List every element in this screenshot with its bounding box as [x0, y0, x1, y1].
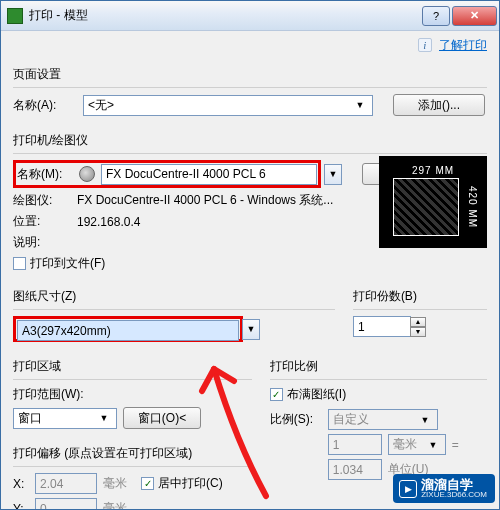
chevron-down-icon[interactable]: ▼	[242, 319, 260, 340]
copies-legend: 打印份数(B)	[353, 288, 487, 305]
page-name-label: 名称(A):	[13, 97, 77, 114]
chevron-down-icon[interactable]: ▼	[324, 164, 342, 185]
offset-x-input	[35, 473, 97, 494]
ratio-label: 比例(S):	[270, 411, 322, 428]
scale-group: 打印比例 ✓ 布满图纸(I) 比例(S): 自定义 ▼	[270, 352, 487, 486]
watermark: ▶ 溜溜自学 ZIXUE.3D66.COM	[393, 474, 495, 503]
page-setup-group: 页面设置 名称(A): <无> ▼ 添加()...	[13, 60, 487, 122]
print-to-file-label: 打印到文件(F)	[30, 255, 105, 272]
print-range-label: 打印范围(W):	[13, 386, 252, 403]
chevron-down-icon: ▼	[352, 96, 368, 115]
preview-width-label: 297 MM	[387, 165, 479, 176]
chevron-down-icon: ▼	[425, 435, 441, 454]
scale-legend: 打印比例	[270, 358, 487, 375]
print-dialog: 打印 - 模型 ? ✕ i 了解打印 页面设置 名称(A): <无> ▼ 添加(…	[0, 0, 500, 510]
window-buttons: ? ✕	[420, 6, 497, 26]
highlight-printer-name: 名称(M): FX DocuCentre-II 4000 PCL 6	[13, 160, 321, 188]
location-label: 位置:	[13, 213, 77, 230]
paper-size-value: A3(297x420mm)	[22, 324, 111, 338]
highlight-paper-size: A3(297x420mm)	[13, 316, 243, 342]
page-name-value: <无>	[88, 97, 114, 114]
dialog-content: i 了解打印 页面设置 名称(A): <无> ▼ 添加()... 打印机/绘图仪	[1, 31, 499, 510]
printer-name-select[interactable]: FX DocuCentre-II 4000 PCL 6	[101, 164, 317, 185]
printer-name-label: 名称(M):	[17, 166, 73, 183]
window-title: 打印 - 模型	[29, 7, 420, 24]
offset-legend: 打印偏移 (原点设置在可打印区域)	[13, 445, 252, 462]
page-name-select[interactable]: <无> ▼	[83, 95, 373, 116]
printer-icon	[79, 166, 95, 182]
print-range-value: 窗口	[18, 410, 42, 427]
checkbox-box: ✓	[141, 477, 154, 490]
top-help-row: i 了解打印	[13, 37, 487, 54]
info-icon: i	[418, 38, 432, 52]
paper-size-legend: 图纸尺寸(Z)	[13, 288, 335, 305]
copies-input[interactable]	[353, 316, 411, 337]
close-button[interactable]: ✕	[452, 6, 497, 26]
page-setup-legend: 页面设置	[13, 66, 487, 83]
print-to-file-checkbox[interactable]: 打印到文件(F)	[13, 255, 105, 272]
checkbox-box	[13, 257, 26, 270]
paper-preview: 297 MM 420 MM	[379, 156, 487, 248]
plotter-label: 绘图仪:	[13, 192, 77, 209]
scale-unit1-select: 毫米 ▼	[388, 434, 446, 455]
print-range-select[interactable]: 窗口 ▼	[13, 408, 117, 429]
offset-y-input	[35, 498, 97, 510]
checkbox-box: ✓	[270, 388, 283, 401]
plotter-value: FX DocuCentre-II 4000 PCL 6 - Windows 系统…	[77, 192, 333, 209]
fill-paper-checkbox[interactable]: ✓ 布满图纸(I)	[270, 386, 346, 403]
offset-y-unit: 毫米	[103, 500, 127, 510]
scale-val2-input	[328, 459, 382, 480]
preview-page	[393, 178, 459, 236]
add-button[interactable]: 添加()...	[393, 94, 485, 116]
fill-paper-label: 布满图纸(I)	[287, 386, 346, 403]
copies-group: 打印份数(B) ▲ ▼	[353, 282, 487, 343]
learn-print-link[interactable]: 了解打印	[439, 38, 487, 52]
equals-icon: =	[452, 438, 459, 452]
help-button[interactable]: ?	[422, 6, 450, 26]
chevron-down-icon: ▼	[417, 410, 433, 429]
offset-y-label: Y:	[13, 502, 29, 511]
arrow-down-icon[interactable]: ▼	[410, 327, 426, 337]
location-value: 192.168.0.4	[77, 215, 140, 229]
paper-size-select[interactable]: A3(297x420mm)	[17, 320, 239, 341]
ratio-select: 自定义 ▼	[328, 409, 438, 430]
offset-x-label: X:	[13, 477, 29, 491]
printer-name-value: FX DocuCentre-II 4000 PCL 6	[106, 167, 266, 181]
center-print-checkbox[interactable]: ✓ 居中打印(C)	[141, 475, 223, 492]
ratio-value: 自定义	[333, 411, 369, 428]
description-label: 说明:	[13, 234, 77, 251]
printer-legend: 打印机/绘图仪	[13, 132, 487, 149]
scale-val1-input	[328, 434, 382, 455]
app-icon	[7, 8, 23, 24]
copies-spinner[interactable]: ▲ ▼	[410, 317, 426, 337]
watermark-site: ZIXUE.3D66.COM	[421, 491, 487, 499]
preview-height-label: 420 MM	[467, 174, 478, 240]
offset-group: 打印偏移 (原点设置在可打印区域) X: 毫米 ✓ 居中打印(C) Y:	[13, 439, 252, 510]
scale-unit1-value: 毫米	[393, 436, 417, 453]
play-icon: ▶	[399, 480, 417, 498]
paper-size-group: 图纸尺寸(Z) A3(297x420mm) ▼	[13, 282, 335, 348]
center-print-label: 居中打印(C)	[158, 475, 223, 492]
arrow-up-icon[interactable]: ▲	[410, 317, 426, 327]
chevron-down-icon: ▼	[96, 409, 112, 428]
titlebar: 打印 - 模型 ? ✕	[1, 1, 499, 31]
print-area-legend: 打印区域	[13, 358, 252, 375]
window-button[interactable]: 窗口(O)<	[123, 407, 201, 429]
print-area-group: 打印区域 打印范围(W): 窗口 ▼ 窗口(O)<	[13, 352, 252, 435]
offset-x-unit: 毫米	[103, 475, 127, 492]
